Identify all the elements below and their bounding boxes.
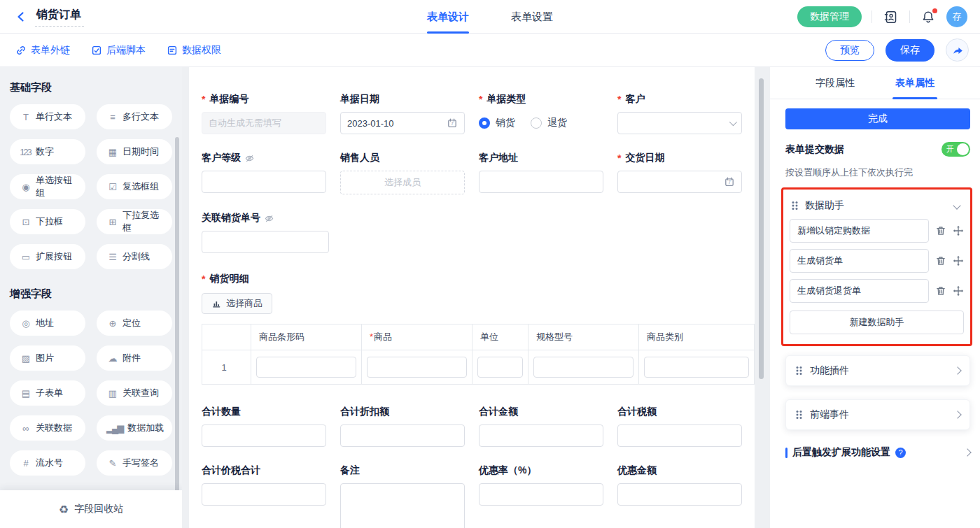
field-total-amount[interactable]: 合计金额 [479, 406, 603, 447]
chevron-down-icon[interactable] [953, 201, 960, 209]
drag-handle-icon[interactable] [791, 200, 799, 211]
field-recycle-bin[interactable]: ♻ 字段回收站 [0, 490, 182, 528]
backend-script-button[interactable]: 后端脚本 [91, 44, 146, 57]
radio-option[interactable]: 销货 [479, 117, 515, 129]
bill-no-input[interactable]: 自动生成无需填写 [202, 112, 326, 134]
field-pill[interactable]: ☑ 复选框组 [97, 174, 172, 199]
delete-icon[interactable] [935, 255, 946, 266]
tab-form-properties[interactable]: 表单属性 [895, 67, 934, 99]
tab-form-settings[interactable]: 表单设置 [511, 0, 553, 34]
discount-amount-input[interactable] [617, 483, 742, 506]
field-pill[interactable]: ◎ 地址 [10, 311, 85, 336]
field-customer-address[interactable]: 客户地址 [479, 152, 603, 194]
drag-handle-icon[interactable] [795, 409, 803, 420]
field-pill[interactable]: ☰ 分割线 [97, 244, 172, 269]
remark-textarea[interactable] [340, 483, 465, 528]
field-pill[interactable]: ≡ 多行文本 [97, 104, 172, 129]
field-pill[interactable]: ▭ 扩展按钮 [10, 244, 85, 269]
field-pill[interactable]: 123 数字 [10, 139, 85, 164]
data-helper-item[interactable]: 生成销货单 [790, 249, 929, 273]
move-icon[interactable] [953, 255, 964, 266]
total-amount-input[interactable] [479, 424, 603, 447]
field-discount-rate[interactable]: 优惠率（%） [479, 464, 603, 528]
field-total-tax[interactable]: 合计税额 [617, 406, 742, 447]
frontend-events-card[interactable]: 前端事件 [785, 399, 970, 430]
cell-input-barcode[interactable] [256, 357, 356, 378]
radio-option[interactable]: 退货 [531, 117, 567, 129]
field-bill-no[interactable]: 单据编号 自动生成无需填写 [202, 93, 326, 134]
member-picker[interactable]: 选择成员 [340, 171, 465, 194]
customer-select[interactable] [617, 112, 742, 134]
contacts-button[interactable] [882, 8, 899, 26]
total-qty-input[interactable] [202, 424, 326, 447]
data-helper-item[interactable]: 新增以销定购数据 [790, 219, 929, 243]
post-trigger-settings[interactable]: 后置触发扩展功能设置 ? [785, 446, 970, 459]
field-bill-date[interactable]: 单据日期 2023-01-10 7 [340, 93, 465, 134]
plugins-card[interactable]: 功能插件 [785, 355, 970, 386]
new-data-helper-button[interactable]: 新建数据助手 [790, 311, 964, 334]
field-pill[interactable]: ⊡ 下拉框 [10, 209, 85, 234]
customer-level-input[interactable] [202, 171, 326, 193]
field-pill[interactable]: ▥ 关联查询 [97, 380, 172, 406]
field-pill[interactable]: ∞ 关联数据 [10, 415, 85, 441]
field-sales-person[interactable]: 销售人员 选择成员 [340, 152, 465, 194]
discount-rate-input[interactable] [479, 483, 603, 506]
total-discount-input[interactable] [340, 424, 465, 447]
field-pill[interactable]: ⊞ 下拉复选框 [97, 209, 172, 234]
cell-input-category[interactable] [644, 357, 749, 378]
field-pill[interactable]: ▤ 子表单 [10, 380, 85, 406]
field-pill[interactable]: ✎ 手写签名 [97, 450, 172, 476]
done-button[interactable]: 完成 [785, 108, 970, 129]
tab-form-design[interactable]: 表单设计 [427, 0, 469, 34]
external-link-button[interactable]: 表单外链 [15, 44, 70, 57]
delete-icon[interactable] [935, 285, 946, 297]
field-total-qty[interactable]: 合计数量 [202, 406, 326, 447]
data-manage-button[interactable]: 数据管理 [797, 6, 862, 27]
avatar[interactable]: 存 [946, 6, 967, 27]
customer-address-input[interactable] [479, 171, 603, 193]
cell-input-spec[interactable] [533, 357, 634, 378]
field-delivery-date[interactable]: 交货日期 7 [617, 152, 742, 194]
data-permission-button[interactable]: 数据权限 [167, 44, 221, 57]
save-button[interactable]: 保存 [886, 39, 934, 62]
field-pill[interactable]: ◉ 单选按钮组 [10, 174, 85, 199]
delivery-date-input[interactable]: 7 [617, 171, 742, 193]
total-with-tax-input[interactable] [202, 483, 326, 506]
field-pill[interactable]: T 单行文本 [10, 104, 85, 129]
field-discount-amount[interactable]: 优惠金额 [617, 464, 742, 528]
bill-date-input[interactable]: 2023-01-10 7 [340, 112, 465, 134]
cell-input-product[interactable] [367, 357, 467, 378]
submit-data-toggle[interactable]: 开 [941, 142, 970, 157]
field-total-discount[interactable]: 合计折扣额 [340, 406, 465, 447]
field-pill[interactable]: ▂▄▆ 数据加载 [97, 415, 172, 441]
select-goods-button[interactable]: 选择商品 [202, 293, 272, 314]
field-pill[interactable]: ▨ 图片 [10, 345, 85, 371]
field-customer[interactable]: 客户 [617, 93, 742, 134]
field-related-order-no[interactable]: 关联销货单号 [202, 212, 329, 253]
form-title[interactable]: 销货订单 [35, 6, 84, 27]
field-bill-type[interactable]: 单据类型 销货 退货 [479, 93, 603, 134]
drag-handle-icon[interactable] [795, 365, 803, 376]
data-helper-header[interactable]: 数据助手 [790, 197, 964, 219]
field-customer-level[interactable]: 客户等级 [202, 152, 326, 194]
delete-icon[interactable] [935, 225, 946, 236]
share-button[interactable] [946, 38, 969, 62]
field-pill[interactable]: ☁ 附件 [97, 345, 172, 371]
total-tax-input[interactable] [617, 424, 742, 447]
field-pill[interactable]: # 流水号 [10, 450, 85, 476]
cell-input-unit[interactable] [477, 357, 523, 378]
preview-button[interactable]: 预览 [825, 40, 874, 61]
back-button[interactable] [14, 10, 28, 24]
sidebar-scrollbar[interactable] [175, 137, 179, 525]
move-icon[interactable] [953, 285, 964, 297]
data-helper-item[interactable]: 生成销货退货单 [790, 279, 929, 303]
canvas-scrollbar[interactable] [759, 78, 764, 379]
help-icon[interactable]: ? [895, 448, 906, 458]
tab-field-properties[interactable]: 字段属性 [816, 67, 855, 99]
related-order-no-input[interactable] [202, 231, 329, 253]
field-total-with-tax[interactable]: 合计价税合计 [202, 464, 326, 528]
move-icon[interactable] [953, 225, 964, 236]
field-remark[interactable]: 备注 [340, 464, 465, 528]
field-pill[interactable]: ▦ 日期时间 [97, 139, 172, 164]
field-pill[interactable]: ⊕ 定位 [97, 311, 172, 336]
